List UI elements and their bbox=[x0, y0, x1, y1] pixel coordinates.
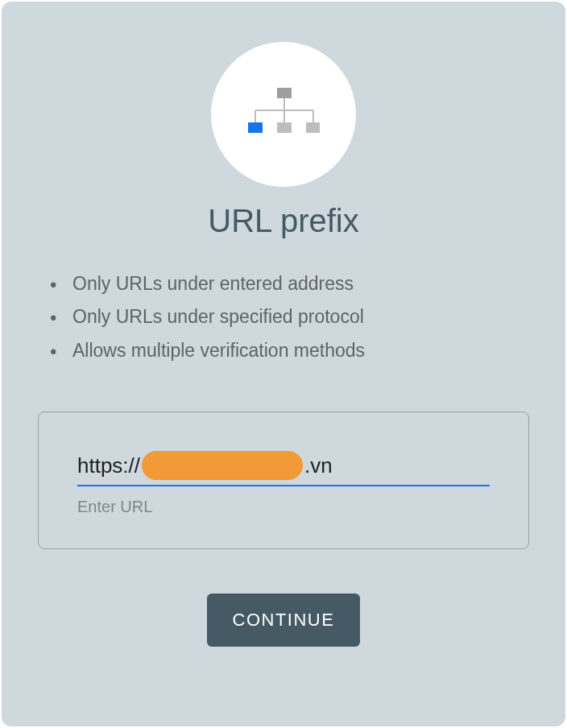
svg-rect-7 bbox=[277, 122, 292, 133]
url-tld-text: .vn bbox=[304, 453, 333, 478]
url-protocol-text: https:// bbox=[77, 453, 140, 478]
url-input-label: Enter URL bbox=[77, 498, 490, 516]
features-list: Only URLs under entered address Only URL… bbox=[38, 267, 529, 367]
svg-rect-0 bbox=[277, 88, 292, 98]
icon-circle bbox=[211, 42, 356, 187]
url-input-container: https:// .vn Enter URL bbox=[38, 412, 529, 549]
url-value: https:// .vn bbox=[77, 451, 490, 480]
svg-rect-8 bbox=[306, 122, 320, 133]
svg-rect-6 bbox=[248, 122, 263, 133]
feature-item: Only URLs under specified protocol bbox=[50, 300, 529, 333]
url-redacted-mask bbox=[142, 451, 303, 480]
url-prefix-card: URL prefix Only URLs under entered addre… bbox=[2, 2, 565, 726]
feature-item: Allows multiple verification methods bbox=[50, 334, 529, 367]
continue-button[interactable]: CONTINUE bbox=[207, 594, 361, 647]
url-input[interactable]: https:// .vn bbox=[77, 451, 490, 486]
feature-item: Only URLs under entered address bbox=[50, 267, 529, 300]
sitemap-icon bbox=[247, 86, 320, 143]
page-title: URL prefix bbox=[208, 203, 358, 239]
